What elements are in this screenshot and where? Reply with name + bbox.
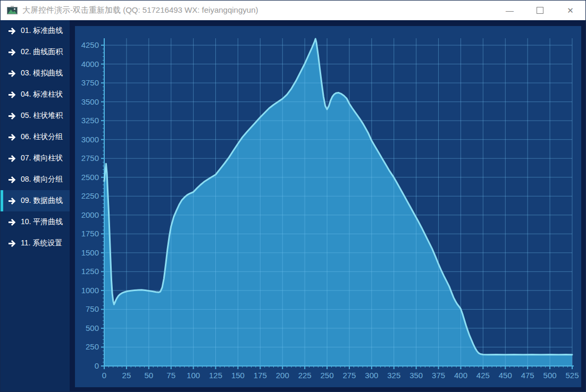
sidebar-menu: 01. 标准曲线 02. 曲线面积 03. 模拟曲线 04. 标准柱状 [1, 20, 70, 254]
y-tick-label: 2000 [81, 210, 99, 219]
x-tick-label: 150 [231, 371, 245, 380]
x-tick-label: 375 [432, 371, 445, 380]
arrow-right-icon [9, 48, 16, 56]
sidebar-item-11[interactable]: 11. 系统设置 [1, 233, 70, 254]
sidebar-item-08[interactable]: 08. 横向分组 [1, 169, 70, 190]
y-tick-label: 1500 [81, 248, 99, 257]
x-tick-label: 500 [543, 371, 557, 380]
minimize-icon: — [506, 6, 514, 15]
x-tick-label: 400 [454, 371, 467, 380]
y-tick-label: 750 [86, 304, 99, 313]
sidebar-item-label: 09. 数据曲线 [21, 196, 63, 206]
y-tick-label: 3500 [81, 97, 99, 106]
arrow-right-icon [9, 240, 16, 248]
sidebar-item-label: 05. 柱状堆积 [21, 111, 63, 121]
x-tick-label: 425 [476, 371, 490, 380]
minimize-button[interactable]: — [495, 1, 525, 20]
y-tick-label: 4250 [81, 40, 99, 49]
app-window: 大屏控件演示-双击重新加载 (QQ: 517216493 WX: feiyang… [0, 0, 586, 392]
x-tick-label: 100 [187, 371, 200, 380]
sidebar-item-label: 06. 柱状分组 [21, 132, 63, 142]
sidebar-item-03[interactable]: 03. 模拟曲线 [1, 63, 70, 84]
x-tick-label: 350 [409, 371, 423, 380]
y-tick-label: 2250 [81, 191, 99, 200]
sidebar: 01. 标准曲线 02. 曲线面积 03. 模拟曲线 04. 标准柱状 [1, 20, 70, 391]
maximize-button[interactable] [525, 1, 555, 20]
arrow-right-icon [9, 112, 16, 120]
y-tick-label: 250 [86, 342, 99, 351]
x-tick-label: 25 [122, 371, 131, 380]
close-button[interactable]: ✕ [555, 1, 585, 20]
sidebar-item-01[interactable]: 01. 标准曲线 [1, 20, 70, 41]
sidebar-item-label: 02. 曲线面积 [21, 47, 63, 57]
y-tick-label: 3250 [81, 116, 99, 125]
window-controls: — ✕ [495, 1, 585, 20]
sidebar-item-label: 08. 横向分组 [21, 175, 63, 184]
x-tick-label: 475 [521, 371, 534, 380]
x-tick-label: 225 [298, 371, 312, 380]
y-tick-label: 2750 [81, 154, 99, 163]
sidebar-item-10[interactable]: 10. 平滑曲线 [1, 211, 70, 233]
x-tick-label: 275 [342, 371, 356, 380]
sidebar-item-label: 10. 平滑曲线 [21, 217, 63, 227]
y-tick-label: 4000 [81, 59, 99, 69]
y-tick-label: 3000 [81, 135, 99, 144]
app-logo-icon [7, 6, 18, 15]
y-tick-label: 0 [95, 361, 99, 370]
x-tick-label: 325 [387, 371, 400, 380]
sidebar-item-07[interactable]: 07. 横向柱状 [1, 148, 70, 169]
sidebar-item-02[interactable]: 02. 曲线面积 [1, 41, 70, 63]
x-tick-label: 0 [102, 371, 106, 380]
title-bar: 大屏控件演示-双击重新加载 (QQ: 517216493 WX: feiyang… [1, 1, 585, 20]
close-icon: ✕ [567, 6, 574, 15]
x-tick-label: 175 [254, 371, 267, 380]
x-tick-label: 200 [276, 371, 289, 380]
x-tick-label: 50 [144, 371, 153, 380]
sidebar-item-label: 04. 标准柱状 [21, 90, 63, 99]
x-tick-label: 450 [499, 371, 512, 380]
area-chart: 0255075100125150175200225250275300325350… [75, 26, 581, 387]
sidebar-item-06[interactable]: 06. 柱状分组 [1, 126, 70, 148]
sidebar-item-09[interactable]: 09. 数据曲线 [1, 190, 70, 211]
arrow-right-icon [9, 218, 16, 226]
sidebar-item-label: 07. 横向柱状 [21, 154, 63, 163]
client-area: 01. 标准曲线 02. 曲线面积 03. 模拟曲线 04. 标准柱状 [1, 20, 585, 391]
arrow-right-icon [9, 197, 16, 205]
x-tick-label: 525 [565, 371, 579, 380]
y-tick-label: 500 [86, 323, 99, 333]
y-tick-label: 2500 [81, 173, 99, 182]
arrow-right-icon [9, 176, 16, 184]
area-fill [104, 39, 572, 366]
arrow-right-icon [9, 70, 16, 78]
y-tick-label: 1000 [81, 286, 99, 295]
arrow-right-icon [9, 155, 16, 163]
sidebar-item-label: 03. 模拟曲线 [21, 69, 63, 78]
y-tick-label: 3750 [81, 78, 99, 87]
arrow-right-icon [9, 27, 16, 35]
y-tick-label: 1750 [81, 229, 99, 238]
sidebar-item-04[interactable]: 04. 标准柱状 [1, 84, 70, 105]
x-tick-label: 250 [321, 371, 334, 380]
sidebar-item-label: 11. 系统设置 [21, 238, 62, 248]
chart-panel: 0255075100125150175200225250275300325350… [75, 26, 581, 387]
y-tick-label: 1250 [81, 267, 99, 276]
maximize-icon [537, 7, 543, 14]
window-title: 大屏控件演示-双击重新加载 (QQ: 517216493 WX: feiyang… [22, 5, 495, 15]
sidebar-item-label: 01. 标准曲线 [21, 26, 63, 36]
x-tick-label: 125 [209, 371, 222, 380]
arrow-right-icon [9, 91, 16, 99]
sidebar-item-05[interactable]: 05. 柱状堆积 [1, 105, 70, 126]
x-tick-label: 300 [365, 371, 378, 380]
arrow-right-icon [9, 133, 16, 141]
x-tick-label: 75 [166, 371, 175, 380]
